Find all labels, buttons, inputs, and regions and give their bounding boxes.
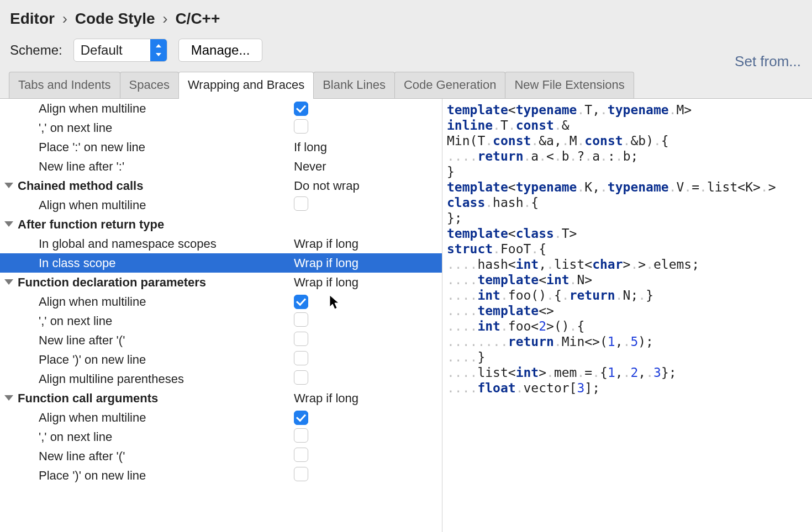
option-label: Align when multiline — [39, 198, 146, 212]
option-value[interactable]: If long — [294, 140, 327, 155]
option-header-after-function-return-type[interactable]: After function return type — [0, 215, 442, 234]
option-row--on-next-line[interactable]: ',' on next line — [0, 311, 442, 331]
option-checkbox[interactable] — [294, 370, 308, 385]
option-label: ',' on next line — [39, 121, 112, 135]
option-label: Place ')' on new line — [39, 353, 146, 367]
option-label: Function call arguments — [18, 391, 158, 406]
option-checkbox[interactable] — [294, 102, 308, 116]
option-label: Align when multiline — [39, 295, 146, 309]
option-checkbox[interactable] — [294, 351, 308, 365]
option-checkbox[interactable] — [294, 295, 308, 309]
option-row-place-on-new-line[interactable]: Place ':' on new lineIf long — [0, 137, 442, 157]
breadcrumb-item: Editor — [10, 10, 55, 27]
option-value[interactable]: Wrap if long — [294, 275, 358, 290]
breadcrumb: Editor › Code Style › C/C++ — [0, 0, 812, 35]
option-value[interactable]: Wrap if long — [294, 237, 358, 251]
option-label: ',' on next line — [39, 314, 112, 328]
chevron-updown-icon — [150, 39, 167, 61]
option-row-place-on-new-line[interactable]: Place ')' on new line — [0, 350, 442, 369]
option-value[interactable]: Wrap if long — [294, 391, 358, 406]
option-row-align-when-multiline[interactable]: Align when multiline — [0, 292, 442, 311]
set-from-link[interactable]: Set from... — [735, 53, 801, 70]
option-row-in-global-and-namespace-scopes[interactable]: In global and namespace scopesWrap if lo… — [0, 234, 442, 253]
tab-new-file-extensions[interactable]: New File Extensions — [505, 72, 634, 99]
option-label: Place ':' on new line — [39, 140, 145, 155]
breadcrumb-sep: › — [59, 10, 71, 27]
option-checkbox[interactable] — [294, 196, 308, 211]
option-header-function-declaration-parameters[interactable]: Function declaration parametersWrap if l… — [0, 273, 442, 292]
option-label: Align multiline parentheses — [39, 372, 184, 386]
option-label: After function return type — [18, 217, 164, 232]
option-row-new-line-after-[interactable]: New line after '(' — [0, 331, 442, 350]
option-label: New line after '(' — [39, 333, 125, 348]
option-row-place-on-new-line[interactable]: Place ')' on new line — [0, 466, 442, 485]
option-row-align-when-multiline[interactable]: Align when multiline — [0, 408, 442, 427]
option-header-chained-method-calls[interactable]: Chained method callsDo not wrap — [0, 176, 442, 195]
option-checkbox[interactable] — [294, 467, 308, 481]
option-row-new-line-after-[interactable]: New line after '(' — [0, 446, 442, 466]
option-value[interactable]: Do not wrap — [294, 179, 360, 193]
option-checkbox[interactable] — [294, 332, 308, 346]
option-row--on-next-line[interactable]: ',' on next line — [0, 427, 442, 446]
expander-icon[interactable] — [3, 277, 14, 288]
expander-icon[interactable] — [3, 180, 14, 191]
option-label: New line after '(' — [39, 449, 125, 464]
expander-icon[interactable] — [3, 219, 14, 230]
option-checkbox[interactable] — [294, 312, 308, 327]
tab-tabs-and-indents[interactable]: Tabs and Indents — [9, 72, 120, 99]
scheme-select-value: Default — [74, 39, 150, 61]
tab-spaces[interactable]: Spaces — [120, 72, 179, 99]
option-label: Align when multiline — [39, 411, 146, 425]
option-label: ',' on next line — [39, 430, 112, 444]
scheme-label: Scheme: — [10, 42, 62, 58]
manage-button[interactable]: Manage... — [178, 39, 263, 62]
option-value[interactable]: Wrap if long — [294, 256, 358, 270]
option-label: Chained method calls — [18, 179, 143, 193]
code-preview: template<typename.T,.typename.M>inline.T… — [442, 99, 812, 532]
option-row--on-next-line[interactable]: ',' on next line — [0, 118, 442, 137]
breadcrumb-item: Code Style — [75, 10, 155, 27]
option-label: Place ')' on new line — [39, 469, 146, 483]
option-checkbox[interactable] — [294, 448, 308, 462]
option-checkbox[interactable] — [294, 119, 308, 134]
tab-blank-lines[interactable]: Blank Lines — [313, 72, 395, 99]
breadcrumb-sep: › — [159, 10, 171, 27]
expander-icon[interactable] — [3, 393, 14, 404]
option-label: In class scope — [39, 256, 115, 270]
tab-code-generation[interactable]: Code Generation — [394, 72, 506, 99]
option-row-align-multiline-parentheses[interactable]: Align multiline parentheses — [0, 369, 442, 389]
option-row-new-line-after-[interactable]: New line after ':'Never — [0, 157, 442, 176]
breadcrumb-item: C/C++ — [175, 10, 220, 27]
option-label: Align when multiline — [39, 102, 146, 116]
tab-wrapping-and-braces[interactable]: Wrapping and Braces — [178, 72, 314, 99]
option-checkbox[interactable] — [294, 411, 308, 425]
option-label: New line after ':' — [39, 159, 124, 174]
option-label: In global and namespace scopes — [39, 237, 217, 251]
option-label: Function declaration parameters — [18, 275, 206, 290]
option-header-function-call-arguments[interactable]: Function call argumentsWrap if long — [0, 389, 442, 408]
option-row-in-class-scope[interactable]: In class scopeWrap if long — [0, 253, 442, 273]
option-row-align-when-multiline[interactable]: Align when multiline — [0, 195, 442, 215]
option-checkbox[interactable] — [294, 428, 308, 443]
option-row-align-when-multiline[interactable]: Align when multiline — [0, 99, 442, 118]
option-value[interactable]: Never — [294, 159, 326, 174]
scheme-select[interactable]: Default — [73, 39, 167, 62]
